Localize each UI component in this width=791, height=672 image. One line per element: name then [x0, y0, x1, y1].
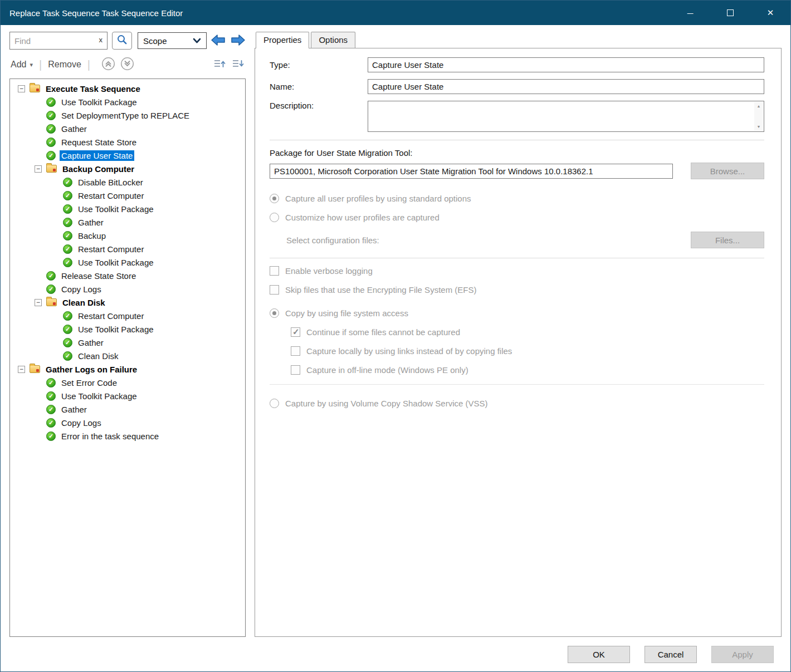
tree-item-label: Clean Disk — [61, 297, 107, 308]
verbose-logging-row: Enable verbose logging — [270, 266, 764, 276]
ok-button[interactable]: OK — [568, 646, 630, 663]
add-button[interactable]: Add ▾ — [11, 60, 33, 70]
package-row: Browse... — [270, 163, 764, 179]
tree-item-gather-logs-on-failure[interactable]: −Gather Logs on Failure — [10, 362, 245, 376]
properties-panel: Type: Name: Description: ▲ ▼ — [255, 48, 782, 637]
remove-button[interactable]: Remove — [48, 60, 81, 70]
type-label: Type: — [270, 60, 368, 70]
tree-item-label: Restart Computer — [76, 311, 145, 321]
browse-button[interactable]: Browse... — [691, 163, 764, 179]
tree-item-use-toolkit-package[interactable]: ✓Use Toolkit Package — [10, 256, 245, 269]
find-previous-button[interactable] — [209, 32, 227, 49]
dialog-footer: OK Cancel Apply — [1, 637, 790, 671]
tree-item-clean-disk[interactable]: −Clean Disk — [10, 296, 245, 309]
scope-value: Scope — [143, 36, 167, 46]
minimize-button[interactable]: ─ — [670, 1, 710, 25]
maximize-button[interactable] — [710, 1, 750, 25]
scroll-down-icon[interactable]: ▼ — [757, 125, 761, 129]
tree-item-label: Set Error Code — [60, 377, 119, 388]
tree-item-copy-logs[interactable]: ✓Copy Logs — [10, 282, 245, 296]
tree-item-clean-disk[interactable]: ✓Clean Disk — [10, 349, 245, 362]
tree-item-use-toolkit-package[interactable]: ✓Use Toolkit Package — [10, 202, 245, 215]
add-button-label: Add — [11, 60, 26, 70]
step-success-check-icon: ✓ — [46, 97, 56, 107]
move-item-up-button[interactable] — [213, 58, 226, 72]
tree-item-release-state-store[interactable]: ✓Release State Store — [10, 269, 245, 282]
tree-expander-icon[interactable]: − — [18, 85, 25, 92]
collapse-all-button[interactable] — [101, 57, 115, 73]
select-config-label: Select configuration files: — [286, 236, 379, 245]
tree-item-use-toolkit-package[interactable]: ✓Use Toolkit Package — [10, 389, 245, 403]
name-label: Name: — [270, 82, 368, 91]
tree-item-copy-logs[interactable]: ✓Copy Logs — [10, 416, 245, 429]
type-field[interactable] — [368, 57, 764, 72]
radio-customize-profiles[interactable] — [270, 213, 279, 222]
search-row: x Scope — [9, 32, 246, 50]
tree-item-restart-computer[interactable]: ✓Restart Computer — [10, 242, 245, 256]
toolbar-divider: | — [39, 58, 42, 71]
tree-item-error-in-the-task-sequence[interactable]: ✓Error in the task sequence — [10, 429, 245, 443]
search-button[interactable] — [112, 32, 132, 50]
tree-item-set-error-code[interactable]: ✓Set Error Code — [10, 376, 245, 389]
close-button[interactable]: ✕ — [750, 1, 790, 25]
checkbox-skip-efs[interactable] — [270, 285, 279, 295]
radio-vss[interactable] — [270, 399, 279, 408]
checkbox-capture-offline[interactable] — [291, 365, 300, 375]
cancel-button[interactable]: Cancel — [644, 646, 697, 663]
tree-item-label: Set DeploymentType to REPLACE — [60, 110, 191, 121]
tree-item-label: Gather — [76, 337, 105, 348]
description-field[interactable]: ▲ ▼ — [368, 101, 764, 132]
radio-standard-options[interactable] — [270, 194, 279, 203]
tree-expander-icon[interactable]: − — [35, 165, 42, 173]
files-button[interactable]: Files... — [691, 232, 764, 248]
tree-expander-icon[interactable]: − — [35, 299, 42, 306]
tree-item-execute-task-sequence[interactable]: −Execute Task Sequence — [10, 82, 245, 95]
find-field-wrap: x — [9, 32, 108, 50]
tree-item-backup[interactable]: ✓Backup — [10, 229, 245, 242]
checkbox-continue-if-files-label: Continue if some files cannot be capture… — [306, 327, 460, 337]
tab-properties[interactable]: Properties — [256, 32, 309, 48]
tree-item-restart-computer[interactable]: ✓Restart Computer — [10, 189, 245, 202]
tree-item-use-toolkit-package[interactable]: ✓Use Toolkit Package — [10, 95, 245, 109]
package-field[interactable] — [270, 164, 673, 179]
tree-item-disable-bitlocker[interactable]: ✓Disable BitLocker — [10, 175, 245, 189]
left-pane: x Scope — [9, 32, 246, 637]
tab-options[interactable]: Options — [311, 32, 355, 48]
tree-item-set-deploymenttype-to-replace[interactable]: ✓Set DeploymentType to REPLACE — [10, 109, 245, 122]
description-label: Description: — [270, 101, 368, 110]
tree-item-label: Capture User State — [60, 150, 134, 161]
tree-item-restart-computer[interactable]: ✓Restart Computer — [10, 309, 245, 322]
tree-item-gather[interactable]: ✓Gather — [10, 336, 245, 349]
section-divider — [270, 384, 764, 385]
tree-item-gather[interactable]: ✓Gather — [10, 215, 245, 229]
expand-all-button[interactable] — [120, 57, 134, 73]
tree-item-label: Gather — [76, 217, 105, 228]
tree-item-capture-user-state[interactable]: ✓Capture User State — [10, 149, 245, 162]
find-next-button[interactable] — [229, 32, 247, 49]
tree-item-label: Restart Computer — [76, 190, 145, 201]
scroll-up-icon[interactable]: ▲ — [757, 104, 761, 108]
radio-file-system-access[interactable] — [270, 308, 279, 318]
step-success-check-icon: ✓ — [63, 178, 72, 187]
find-input[interactable] — [9, 32, 108, 50]
tree-item-request-state-store[interactable]: ✓Request State Store — [10, 135, 245, 149]
tree-item-backup-computer[interactable]: −Backup Computer — [10, 162, 245, 175]
apply-button[interactable]: Apply — [711, 646, 774, 663]
capture-offline-row: Capture in off-line mode (Windows PE onl… — [291, 365, 764, 375]
step-success-check-icon: ✓ — [46, 378, 56, 387]
checkbox-verbose-logging[interactable] — [270, 266, 279, 276]
move-item-down-button[interactable] — [232, 58, 245, 72]
clear-find-icon[interactable]: x — [99, 36, 103, 45]
chevrons-up-circle-icon — [101, 57, 115, 73]
close-icon: ✕ — [767, 8, 774, 18]
description-scrollbar[interactable]: ▲ ▼ — [754, 102, 763, 131]
tree-expander-icon[interactable]: − — [18, 366, 25, 373]
scope-dropdown[interactable]: Scope — [138, 32, 207, 49]
tree-item-use-toolkit-package[interactable]: ✓Use Toolkit Package — [10, 322, 245, 336]
tree-item-gather[interactable]: ✓Gather — [10, 122, 245, 135]
name-field[interactable] — [368, 79, 764, 94]
tree-item-gather[interactable]: ✓Gather — [10, 403, 245, 416]
continue-if-files-row: Continue if some files cannot be capture… — [291, 327, 764, 337]
checkbox-capture-links[interactable] — [291, 346, 300, 356]
checkbox-continue-if-files[interactable] — [291, 327, 300, 337]
